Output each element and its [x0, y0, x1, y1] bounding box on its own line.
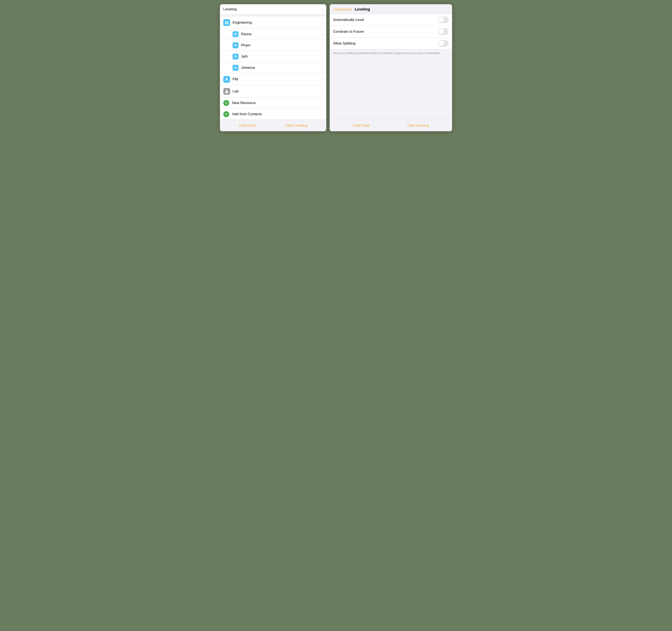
johanna-chevron: ›	[322, 66, 323, 70]
jefri-icon	[233, 54, 239, 59]
engineering-icon	[223, 19, 230, 26]
jefri-chevron: ›	[322, 55, 323, 58]
pm-label: PM	[233, 77, 320, 81]
allow-splitting-label: Allow Splitting	[333, 41, 438, 46]
allow-splitting-row: Allow Splitting	[330, 38, 452, 49]
right-level-load-button[interactable]: Level Load	[351, 123, 371, 128]
new-resource-label: New Resource	[232, 101, 323, 105]
auto-level-toggle[interactable]	[438, 17, 449, 23]
leveling-label: Leveling	[223, 7, 320, 11]
right-header: ‹ Resources Leveling	[330, 4, 452, 14]
ravna-label: Ravna	[241, 32, 320, 36]
right-clear-leveling-button[interactable]: Clear Leveling	[406, 123, 431, 128]
svg-rect-0	[225, 21, 229, 22]
johanna-label: Johanna	[241, 66, 320, 70]
right-list-area: Automatically Level Constrain to Future …	[330, 14, 452, 120]
pham-chevron: ›	[322, 44, 323, 47]
constrain-future-toggle[interactable]	[438, 28, 449, 35]
svg-point-9	[226, 78, 227, 79]
right-title: Leveling	[355, 7, 370, 11]
left-panel: Leveling › Engineering ›	[220, 4, 326, 131]
lab-chevron: ›	[322, 90, 323, 93]
pham-row[interactable]: Pham ›	[220, 40, 326, 51]
left-level-load-button[interactable]: Level Load	[237, 123, 257, 128]
svg-rect-2	[225, 23, 227, 24]
left-footer: Level Load Clear Leveling	[220, 120, 326, 131]
back-chevron-icon: ‹	[333, 7, 335, 11]
right-footer: Level Load Clear Leveling	[330, 120, 452, 131]
leveling-chevron: ›	[322, 7, 323, 11]
add-contacts-icon: +	[223, 111, 229, 117]
johanna-row[interactable]: Johanna ›	[220, 62, 326, 73]
add-contacts-label: Add from Contacts	[232, 112, 323, 116]
svg-line-4	[229, 24, 229, 25]
johanna-icon	[233, 65, 239, 71]
auto-level-row: Automatically Level	[330, 14, 452, 26]
left-list-area: Leveling › Engineering ›	[220, 4, 326, 120]
pham-label: Pham	[241, 43, 320, 47]
engineering-row[interactable]: Engineering ›	[220, 17, 326, 29]
constrain-future-label: Constrain to Future	[333, 29, 438, 34]
auto-level-label: Automatically Level	[333, 18, 438, 22]
pm-icon	[223, 76, 230, 83]
lab-label: Lab	[233, 89, 320, 94]
pm-chevron: ›	[322, 77, 323, 81]
new-resource-row[interactable]: + New Resource	[220, 97, 326, 109]
ravna-row[interactable]: Ravna ›	[220, 29, 326, 40]
engineering-label: Engineering	[233, 21, 320, 25]
jefri-label: Jefri	[241, 54, 320, 59]
pham-icon	[233, 43, 239, 48]
ravna-icon	[233, 31, 239, 37]
leveling-row[interactable]: Leveling ›	[220, 4, 326, 15]
ravna-chevron: ›	[322, 32, 323, 36]
new-resource-icon: +	[223, 100, 229, 106]
group-separator-top	[220, 15, 326, 17]
jefri-row[interactable]: Jefri ›	[220, 51, 326, 62]
lab-icon	[223, 88, 230, 95]
svg-rect-1	[225, 22, 229, 23]
engineering-chevron: ›	[322, 21, 323, 24]
leveling-description: Resource leveling reschedules tasks so t…	[330, 49, 452, 59]
pm-row[interactable]: PM ›	[220, 73, 326, 86]
add-contacts-row[interactable]: + Add from Contacts	[220, 109, 326, 120]
allow-splitting-toggle[interactable]	[438, 40, 449, 47]
lab-row[interactable]: Lab ›	[220, 86, 326, 97]
back-label: Resources	[335, 7, 352, 11]
right-panel: ‹ Resources Leveling Automatically Level…	[330, 4, 452, 131]
constrain-future-row: Constrain to Future	[330, 26, 452, 38]
left-clear-leveling-button[interactable]: Clear Leveling	[284, 123, 309, 128]
back-button[interactable]: ‹ Resources	[333, 7, 352, 11]
